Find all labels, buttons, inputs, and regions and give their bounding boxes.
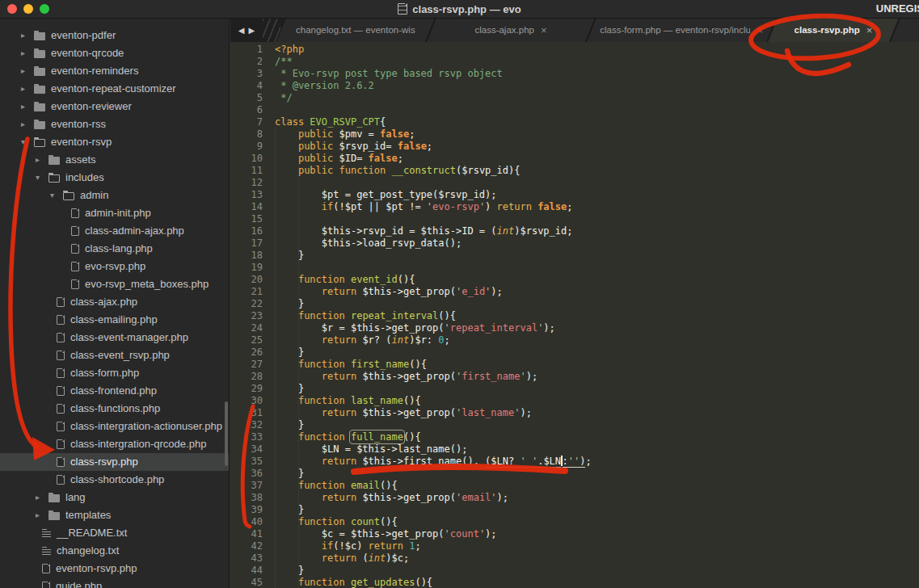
sidebar-item-class-emailing-php[interactable]: class-emailing.php — [0, 311, 229, 329]
sidebar-item-class-shortcode-php[interactable]: class-shortcode.php — [0, 471, 229, 489]
code-token: '' — [568, 456, 580, 468]
sidebar-item-label: eventon-qrcode — [51, 44, 124, 62]
sidebar-item-class-functions-php[interactable]: class-functions.php — [0, 400, 229, 418]
code-editor[interactable]: 1<?php2/**3 * Evo-rsvp post type based r… — [230, 42, 919, 588]
sidebar-item-assets[interactable]: ▸assets — [0, 151, 229, 169]
sidebar-item-templates[interactable]: ▸templates — [0, 506, 229, 524]
tab-bar: ◀ ▶ changelog.txt — eventon-wishlistclas… — [230, 18, 919, 42]
sidebar-item-readme-txt[interactable]: __README.txt — [0, 524, 229, 542]
sidebar-scrollbar-thumb[interactable] — [225, 401, 228, 466]
code-line: 12 — [230, 177, 919, 189]
sidebar-item-class-frontend-php[interactable]: class-frontend.php — [0, 382, 229, 400]
code-token: $this->rsvp_id = $this->ID = ( — [275, 225, 497, 237]
code-text: <?php — [263, 44, 304, 56]
file-icon — [57, 297, 65, 307]
sidebar-item-eventon-reminders[interactable]: ▸eventon-reminders — [0, 62, 229, 80]
code-line: 3 * Evo-rsvp post type based rsvp object — [230, 68, 919, 80]
code-token — [275, 128, 298, 140]
sidebar-item-label: eventon-reviewer — [51, 98, 132, 116]
sidebar-item-class-admin-ajax-php[interactable]: class-admin-ajax.php — [0, 222, 229, 240]
disclosure-collapsed-icon[interactable]: ▸ — [21, 98, 34, 116]
sidebar-item-class-rsvp-php[interactable]: class-rsvp.php — [0, 453, 229, 471]
back-icon[interactable]: ◀ — [238, 26, 245, 35]
sidebar-item-evo-rsvp-php[interactable]: evo-rsvp.php — [0, 258, 229, 275]
sidebar-item-admin-init-php[interactable]: admin-init.php — [0, 204, 229, 222]
sidebar-item-class-lang-php[interactable]: class-lang.php — [0, 240, 229, 258]
sidebar-item-eventon-rsvp[interactable]: ▾eventon-rsvp — [0, 133, 229, 151]
sidebar-item-eventon-rss[interactable]: ▸eventon-rss — [0, 116, 229, 133]
tab-changelog-txt-eventon-wishlist[interactable]: changelog.txt — eventon-wishlist — [280, 18, 431, 42]
disclosure-collapsed-icon[interactable]: ▸ — [21, 80, 34, 98]
line-number: 10 — [230, 153, 263, 165]
code-token: $this->get_prop( — [362, 286, 456, 297]
file-icon — [57, 457, 65, 467]
file-icon — [71, 262, 79, 271]
sidebar-item-eventon-repeat-customizer[interactable]: ▸eventon-repeat-customizer — [0, 80, 229, 98]
line-number: 33 — [230, 431, 263, 443]
sidebar-item-class-intergration-actionuser-php[interactable]: class-intergration-actionuser.php — [0, 418, 229, 435]
code-token: )$rsvp_id; — [514, 225, 572, 237]
string-token: last_name — [462, 407, 514, 418]
code-text: public function __construct($rsvp_id){ — [263, 165, 520, 177]
code-token: } — [275, 468, 304, 479]
code-token: ); — [543, 322, 554, 334]
line-number: 44 — [230, 565, 263, 577]
tab-class-rsvp-php[interactable]: class-rsvp.php× — [772, 18, 895, 42]
disclosure-expanded-icon[interactable]: ▾ — [50, 187, 63, 204]
code-text: function full_name(){ — [263, 431, 421, 443]
tab-class-form-php-eventon-rsvp-includes[interactable]: class-form.php — eventon-rsvp/includes× — [591, 18, 772, 42]
sidebar-item-eventon-reviewer[interactable]: ▸eventon-reviewer — [0, 98, 229, 116]
string-token: repeat_interval — [450, 322, 537, 334]
disclosure-expanded-icon[interactable]: ▾ — [21, 133, 34, 151]
disclosure-collapsed-icon[interactable]: ▸ — [21, 44, 34, 62]
code-text: */ — [263, 92, 293, 104]
sidebar-item-class-ajax-php[interactable]: class-ajax.php — [0, 293, 229, 311]
sidebar-item-label: class-functions.php — [70, 400, 160, 418]
disclosure-collapsed-icon[interactable]: ▸ — [21, 27, 34, 44]
tab-partial[interactable]: × — [895, 18, 919, 42]
tab-class-ajax-php[interactable]: class-ajax.php× — [431, 18, 591, 42]
sidebar-item-changelog-txt[interactable]: changelog.txt — [0, 542, 229, 560]
code-token: full_name — [351, 431, 403, 443]
sidebar-item-class-intergration-qrcode-php[interactable]: class-intergration-qrcode.php — [0, 435, 229, 453]
line-number: 35 — [230, 456, 263, 468]
disclosure-collapsed-icon[interactable]: ▸ — [36, 506, 48, 524]
sidebar-item-class-event-manager-php[interactable]: class-event-manager.php — [0, 329, 229, 346]
sidebar-item-eventon-qrcode[interactable]: ▸eventon-qrcode — [0, 44, 229, 62]
sidebar-item-lang[interactable]: ▸lang — [0, 489, 229, 506]
disclosure-collapsed-icon[interactable]: ▸ — [36, 489, 48, 506]
sidebar-item-label: class-ajax.php — [70, 293, 137, 311]
close-icon[interactable]: × — [757, 25, 763, 36]
code-token: $this->get_prop( — [362, 371, 456, 382]
folder-icon — [48, 494, 60, 502]
disclosure-expanded-icon[interactable]: ▾ — [36, 169, 48, 187]
close-icon[interactable]: × — [541, 25, 547, 36]
disclosure-collapsed-icon[interactable]: ▸ — [21, 116, 34, 133]
code-token: $this->get_prop( — [362, 407, 456, 418]
code-token: } — [275, 504, 304, 515]
code-token: ' — [445, 528, 450, 540]
sidebar-item-eventon-rsvp-php[interactable]: eventon-rsvp.php — [0, 560, 229, 578]
sidebar-item-class-event-rsvp-php[interactable]: class-event_rsvp.php — [0, 346, 229, 364]
sidebar-item-admin[interactable]: ▾admin — [0, 187, 229, 204]
code-text: public $ID= false; — [263, 153, 403, 165]
code-line: 35 return $this->first_name(). ($LN? ' '… — [230, 456, 919, 468]
disclosure-collapsed-icon[interactable]: ▸ — [36, 151, 48, 169]
code-token: ; — [585, 456, 591, 467]
disclosure-collapsed-icon[interactable]: ▸ — [21, 62, 34, 80]
sidebar-item-guide-php[interactable]: guide.php — [0, 578, 229, 588]
line-number: 25 — [230, 334, 263, 346]
folder-icon — [48, 512, 60, 520]
sidebar-item-evo-rsvp-meta-boxes-php[interactable]: evo-rsvp_meta_boxes.php — [0, 275, 229, 293]
line-number: 32 — [230, 419, 263, 431]
sidebar-item-includes[interactable]: ▾includes — [0, 169, 229, 187]
code-line: 32 } — [230, 419, 919, 431]
forward-icon[interactable]: ▶ — [249, 26, 255, 35]
code-line: 9 public $rsvp_id= false; — [230, 141, 919, 153]
folder-open-icon — [63, 192, 74, 200]
code-token — [526, 456, 532, 468]
sidebar-item-class-form-php[interactable]: class-form.php — [0, 364, 229, 382]
close-icon[interactable]: × — [866, 25, 873, 36]
sidebar-item-label: guide.php — [56, 578, 102, 588]
sidebar-item-eventon-pdfer[interactable]: ▸eventon-pdfer — [0, 27, 229, 44]
